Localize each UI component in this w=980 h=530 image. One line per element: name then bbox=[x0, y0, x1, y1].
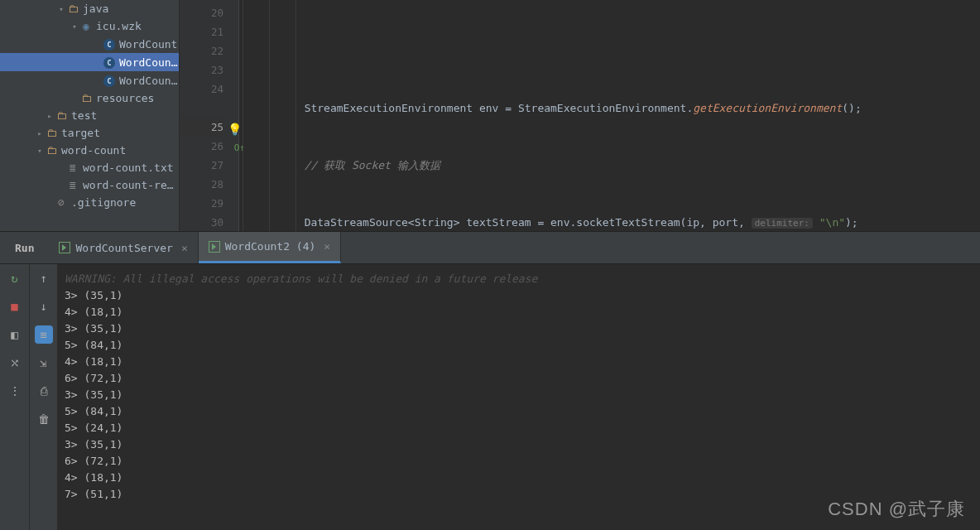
down-icon[interactable]: ↓ bbox=[35, 297, 53, 316]
console-line: 5> (84,1) bbox=[65, 403, 973, 420]
tree-item-label: WordCount2 bbox=[119, 56, 179, 69]
console-line: WARNING: All illegal access operations w… bbox=[65, 271, 973, 287]
line-number: 29 bbox=[180, 194, 223, 213]
code-content[interactable]: StreamExecutionEnvironment env = StreamE… bbox=[239, 0, 980, 231]
soft-wrap-icon[interactable]: ≡ bbox=[35, 325, 53, 344]
line-number bbox=[180, 99, 223, 118]
line-number: 28 bbox=[180, 175, 223, 194]
line-number: 27 bbox=[180, 156, 223, 175]
console-line: 4> (18,1) bbox=[65, 354, 973, 370]
console-output[interactable]: WARNING: All illegal access operations w… bbox=[58, 264, 980, 530]
folder-icon: 🗀 bbox=[45, 144, 58, 157]
tree-item-label: word-count.txt bbox=[83, 161, 179, 174]
code-text: getExecutionEnvironment bbox=[693, 102, 842, 114]
tree-item-label: word-count-result.csv bbox=[83, 179, 179, 191]
tree-item-wordcountserver[interactable]: CWordCountServer bbox=[0, 71, 179, 89]
run-config-icon bbox=[59, 242, 70, 253]
exit-icon[interactable]: ⤯ bbox=[6, 354, 24, 372]
chevron-icon[interactable]: ▾ bbox=[56, 5, 66, 13]
trash-icon[interactable]: 🗑 bbox=[35, 410, 53, 428]
package-icon: ◉ bbox=[79, 20, 93, 32]
tree-item-word-count[interactable]: ▾🗀word-count bbox=[0, 142, 179, 159]
up-icon[interactable]: ↑ bbox=[35, 269, 53, 287]
console-line: 5> (24,1) bbox=[65, 420, 973, 436]
more-icon[interactable]: ⋮ bbox=[6, 382, 24, 400]
ignore-icon: ⊘ bbox=[55, 196, 68, 209]
folder-icon: 🗀 bbox=[55, 109, 68, 122]
tree-item-label: test bbox=[71, 109, 179, 122]
class-icon: C bbox=[103, 37, 116, 51]
class-icon: C bbox=[103, 55, 116, 69]
code-string: "\n" bbox=[813, 216, 845, 229]
console-line: 4> (18,1) bbox=[65, 470, 973, 486]
stop-icon[interactable]: ■ bbox=[6, 297, 24, 316]
close-icon[interactable]: × bbox=[181, 242, 188, 254]
line-number: 26O↑ bbox=[180, 137, 223, 156]
tree-item-target[interactable]: ▸🗀target bbox=[0, 124, 179, 142]
run-toolbar-left: ↻ ■ ◧ ⤯ ⋮ bbox=[0, 264, 30, 530]
line-number: 30 bbox=[180, 213, 223, 232]
code-text: ); bbox=[845, 216, 858, 229]
chevron-icon[interactable]: ▾ bbox=[35, 147, 45, 155]
class-icon: C bbox=[103, 74, 116, 87]
tree-item-label: WordCount bbox=[119, 38, 179, 51]
run-config-icon bbox=[209, 241, 220, 253]
console-line: 3> (35,1) bbox=[65, 387, 973, 403]
watermark-text: CSDN @武子康 bbox=[828, 497, 965, 522]
run-panel-label: Run bbox=[0, 242, 49, 254]
chevron-icon[interactable]: ▸ bbox=[45, 112, 55, 120]
rerun-icon[interactable]: ↻ bbox=[6, 269, 24, 287]
tree-item-label: WordCountServer bbox=[119, 75, 179, 87]
run-tab-label: WordCountServer bbox=[75, 242, 172, 254]
project-tree[interactable]: ▾🗀java▾◉icu.wzkCWordCountCWordCount2CWor… bbox=[0, 0, 180, 231]
line-number: 21 bbox=[180, 22, 223, 41]
tree-item-label: icu.wzk bbox=[96, 20, 179, 32]
tree-item-wordcount[interactable]: CWordCount bbox=[0, 35, 179, 53]
param-hint: delimiter: bbox=[752, 218, 813, 229]
print-icon[interactable]: ⎙ bbox=[35, 382, 53, 400]
line-number: 22 bbox=[180, 41, 223, 60]
code-comment: // 获取 Socket 输入数据 bbox=[305, 159, 440, 171]
console-line: 3> (35,1) bbox=[65, 436, 973, 453]
console-line: 3> (35,1) bbox=[65, 287, 973, 304]
line-number: 20 bbox=[180, 3, 223, 22]
run-tab-wordcount2-4-[interactable]: WordCount2 (4)× bbox=[199, 232, 341, 263]
code-editor[interactable]: 202122232425💡26O↑27282930 StreamExecutio… bbox=[180, 0, 980, 231]
chevron-icon[interactable]: ▸ bbox=[35, 129, 45, 137]
run-tab-bar: Run WordCountServer×WordCount2 (4)× bbox=[0, 231, 980, 264]
file-icon: ≣ bbox=[66, 161, 79, 174]
tree-item-word-count-txt[interactable]: ≣word-count.txt bbox=[0, 159, 179, 176]
console-toolbar: ↑ ↓ ≡ ⇲ ⎙ 🗑 bbox=[30, 264, 58, 530]
tree-item-test[interactable]: ▸🗀test bbox=[0, 107, 179, 124]
line-gutter: 202122232425💡26O↑27282930 bbox=[180, 0, 239, 231]
tree-item-java[interactable]: ▾🗀java bbox=[0, 0, 179, 17]
console-line: 5> (84,1) bbox=[65, 337, 973, 354]
tree-item-label: target bbox=[61, 127, 179, 139]
line-number: 23 bbox=[180, 60, 223, 80]
code-text: (); bbox=[842, 102, 861, 114]
code-text: StreamExecutionEnvironment env = StreamE… bbox=[305, 102, 694, 114]
tree-item-label: java bbox=[83, 2, 179, 15]
snapshot-icon[interactable]: ◧ bbox=[6, 325, 24, 344]
console-line: 4> (18,1) bbox=[65, 304, 973, 320]
line-number: 25💡 bbox=[180, 118, 223, 137]
tree-item-icu-wzk[interactable]: ▾◉icu.wzk bbox=[0, 17, 179, 35]
console-line: 6> (72,1) bbox=[65, 370, 973, 387]
console-line: 3> (35,1) bbox=[65, 320, 973, 337]
tree-item-resources[interactable]: 🗀resources bbox=[0, 89, 179, 107]
close-icon[interactable]: × bbox=[324, 240, 330, 253]
tree-item--gitignore[interactable]: ⊘.gitignore bbox=[0, 194, 179, 211]
tree-item-wordcount2[interactable]: CWordCount2 bbox=[0, 53, 179, 71]
folder-icon: 🗀 bbox=[66, 2, 79, 15]
chevron-icon[interactable]: ▾ bbox=[70, 22, 79, 31]
folder-icon: 🗀 bbox=[45, 127, 58, 139]
line-number: 24 bbox=[180, 80, 223, 99]
run-tab-label: WordCount2 (4) bbox=[225, 240, 316, 253]
run-tab-wordcountserver[interactable]: WordCountServer× bbox=[49, 232, 198, 263]
tree-item-label: resources bbox=[96, 92, 179, 104]
folder-icon: 🗀 bbox=[79, 92, 93, 104]
scroll-icon[interactable]: ⇲ bbox=[35, 354, 53, 372]
tree-item-word-count-result-csv[interactable]: ≣word-count-result.csv bbox=[0, 176, 179, 194]
console-line: 6> (72,1) bbox=[65, 453, 973, 470]
tree-item-label: .gitignore bbox=[71, 196, 179, 209]
